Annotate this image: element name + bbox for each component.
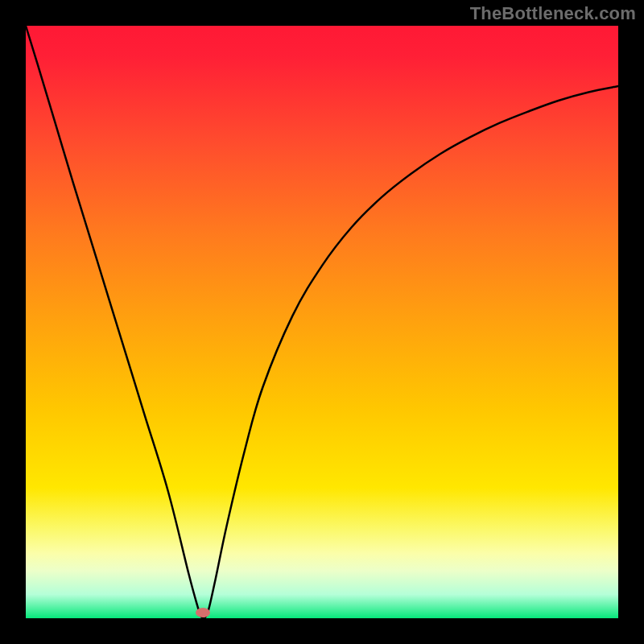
plot-background xyxy=(26,26,618,618)
minimum-marker xyxy=(196,608,210,617)
bottleneck-chart: TheBottleneck.com xyxy=(0,0,644,644)
chart-svg xyxy=(0,0,644,644)
watermark-text: TheBottleneck.com xyxy=(470,3,636,24)
